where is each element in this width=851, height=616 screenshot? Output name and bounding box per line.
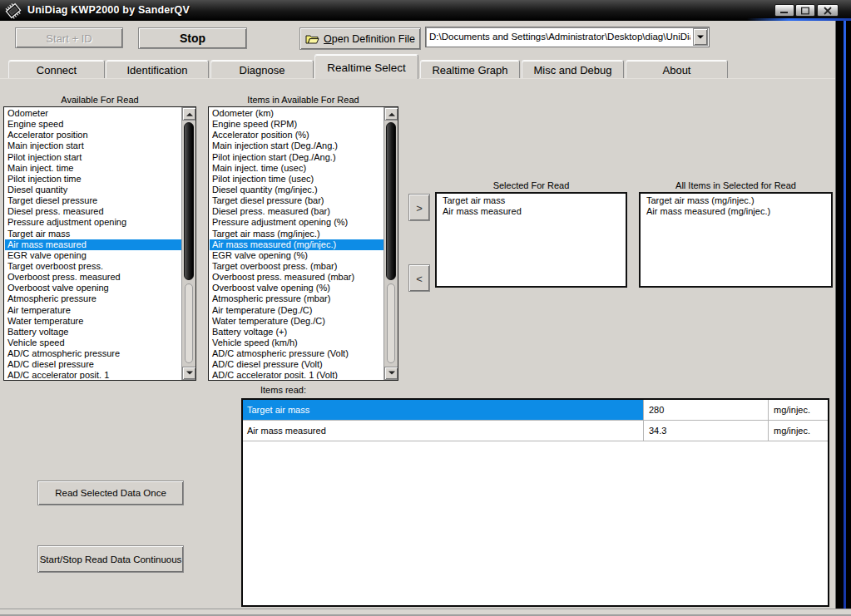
close-button[interactable]: [817, 4, 839, 17]
available-for-read-listbox[interactable]: OdometerEngine speedAccelerator position…: [3, 106, 196, 381]
app-window: UniDiag KWP2000 by SanderQV Start + ID S…: [0, 0, 851, 616]
list-item[interactable]: Vehicle speed (km/h): [210, 338, 383, 348]
list-item[interactable]: Target overboost press.: [5, 261, 181, 272]
table-row[interactable]: Air mass measured34.3mg/injec.: [243, 421, 828, 441]
list-item[interactable]: Air mass measured: [5, 239, 181, 250]
list-item[interactable]: Diesel press. measured (bar): [210, 206, 383, 217]
definition-path-combobox[interactable]: D:\Documents and Settings\Administrator\…: [425, 27, 710, 47]
list-item[interactable]: Air temperature: [5, 305, 181, 316]
tab-identification[interactable]: Identification: [106, 60, 209, 79]
scrollbar-thumb[interactable]: [386, 122, 396, 280]
tab-misc-and-debug[interactable]: Misc and Debug: [522, 60, 624, 79]
scrollbar-track[interactable]: [185, 283, 193, 363]
list-item[interactable]: Air mass measured: [440, 206, 622, 217]
list-item[interactable]: Target diesel pressure: [5, 195, 181, 206]
scroll-down-button[interactable]: [384, 367, 398, 380]
list-item[interactable]: Overboost press. measured (mbar): [210, 272, 383, 283]
open-folder-icon: [305, 33, 319, 44]
list-item[interactable]: Battery voltage (+): [210, 327, 383, 338]
all-items-selected-label: All Items in Selected for Read: [639, 180, 833, 190]
list-item[interactable]: AD/C accelerator posit. 1: [5, 370, 181, 379]
list-item[interactable]: Pressure adjustment opening (%): [210, 217, 383, 228]
table-row[interactable]: Target air mass280mg/injec.: [243, 400, 828, 421]
list-item[interactable]: Target overboost press. (mbar): [210, 261, 383, 272]
start-stop-read-continuous-button[interactable]: Start/Stop Read Data Continuous: [37, 545, 184, 573]
tab-connect[interactable]: Connect: [8, 60, 105, 79]
list-item[interactable]: Overboost valve opening: [5, 283, 181, 293]
list-item[interactable]: Diesel quantity: [5, 185, 181, 195]
list-item[interactable]: Vehicle speed: [5, 338, 181, 348]
tab-realtime-select[interactable]: Realtime Select: [314, 54, 418, 79]
list-item[interactable]: Water temperature (Deg./C): [210, 316, 383, 327]
scrollbar-track[interactable]: [387, 283, 395, 363]
list-item[interactable]: Overboost press. measured: [5, 272, 181, 283]
start-id-button[interactable]: Start + ID: [15, 27, 123, 48]
items-in-available-listbox[interactable]: Odometer (km)Engine speed (RPM)Accelerat…: [208, 106, 398, 381]
list-item[interactable]: Diesel quantity (mg/injec.): [210, 185, 383, 195]
definition-path-value: D:\Documents and Settings\Administrator\…: [429, 32, 690, 42]
scrollbar[interactable]: [383, 107, 398, 380]
list-item[interactable]: Air mass measured (mg/injec.): [644, 206, 828, 217]
list-item[interactable]: Main inject. time: [5, 163, 181, 174]
list-item[interactable]: AD/C atmospheric pressure: [5, 348, 181, 359]
remove-from-selected-button[interactable]: <: [408, 264, 430, 292]
list-item[interactable]: Main injection start: [5, 140, 181, 151]
item-name-cell: Air mass measured: [243, 421, 643, 441]
list-item[interactable]: Pilot injection start (Deg./Ang.): [210, 152, 383, 163]
window-right-border: [835, 21, 851, 616]
list-item[interactable]: Target air mass (mg/injec.): [210, 229, 383, 239]
item-value-cell: 34.3: [643, 421, 768, 441]
list-item[interactable]: AD/C diesel pressure: [5, 359, 181, 370]
list-item[interactable]: AD/C atmospheric pressure (Volt): [210, 348, 383, 359]
list-item[interactable]: Accelerator position (%): [210, 130, 383, 140]
tab-about[interactable]: About: [626, 60, 728, 79]
list-item[interactable]: Pilot injection time: [5, 174, 181, 185]
open-definition-file-button[interactable]: Open Definition File: [299, 27, 421, 50]
items-read-table[interactable]: Target air mass280mg/injec.Air mass meas…: [241, 398, 829, 607]
read-selected-data-once-button[interactable]: Read Selected Data Once: [37, 480, 184, 505]
list-item[interactable]: Engine speed: [5, 119, 181, 130]
list-item[interactable]: EGR valve opening: [5, 250, 181, 261]
list-item[interactable]: Target air mass: [440, 195, 622, 206]
selected-for-read-listbox[interactable]: Target air massAir mass measured: [435, 192, 627, 288]
list-item[interactable]: Target air mass (mg/injec.): [644, 195, 828, 206]
selected-for-read-label: Selected For Read: [435, 180, 627, 190]
item-value-cell: 280: [643, 400, 768, 420]
scrollbar-thumb[interactable]: [184, 122, 194, 280]
maximize-button[interactable]: [795, 4, 815, 17]
list-item[interactable]: AD/C accelerator posit. 1 (Volt): [210, 370, 383, 379]
scroll-up-button[interactable]: [384, 107, 398, 121]
add-to-selected-button[interactable]: >: [408, 194, 430, 221]
scroll-up-button[interactable]: [182, 107, 196, 121]
list-item[interactable]: Atmospheric pressure: [5, 293, 181, 304]
tab-diagnose[interactable]: Diagnose: [210, 60, 314, 79]
list-item[interactable]: Pilot injection time (usec): [210, 174, 383, 185]
list-item[interactable]: Main injection start (Deg./Ang.): [210, 140, 383, 151]
list-item[interactable]: Odometer (km): [210, 108, 383, 119]
scrollbar[interactable]: [181, 107, 195, 380]
all-items-selected-listbox[interactable]: Target air mass (mg/injec.)Air mass meas…: [639, 192, 833, 288]
list-item[interactable]: Air temperature (Deg./C): [210, 305, 383, 316]
stop-button[interactable]: Stop: [138, 27, 247, 49]
list-item[interactable]: Odometer: [5, 108, 181, 119]
list-item[interactable]: EGR valve opening (%): [210, 250, 383, 261]
list-item[interactable]: Pressure adjustment opening: [5, 217, 181, 228]
list-item[interactable]: Overboost valve opening (%): [210, 283, 383, 293]
list-item[interactable]: Pilot injection start: [5, 152, 181, 163]
list-item[interactable]: Air mass measured (mg/injec.): [210, 239, 383, 250]
tab-realtime-graph[interactable]: Realtime Graph: [420, 60, 520, 79]
list-item[interactable]: Accelerator position: [5, 130, 181, 140]
combobox-dropdown-arrow[interactable]: [693, 28, 708, 46]
list-item[interactable]: Water temperature: [5, 316, 181, 327]
list-item[interactable]: Target air mass: [5, 229, 181, 239]
list-item[interactable]: Battery voltage: [5, 327, 181, 338]
list-item[interactable]: Engine speed (RPM): [210, 119, 383, 130]
chip-icon: [4, 2, 22, 19]
list-item[interactable]: AD/C diesel pressure (Volt): [210, 359, 383, 370]
list-item[interactable]: Main inject. time (usec): [210, 163, 383, 174]
scroll-down-button[interactable]: [182, 367, 196, 380]
minimize-button[interactable]: [774, 4, 794, 17]
list-item[interactable]: Atmospheric pressure (mbar): [210, 293, 383, 304]
list-item[interactable]: Diesel press. measured: [5, 206, 181, 217]
list-item[interactable]: Target diesel pressure (bar): [210, 195, 383, 206]
